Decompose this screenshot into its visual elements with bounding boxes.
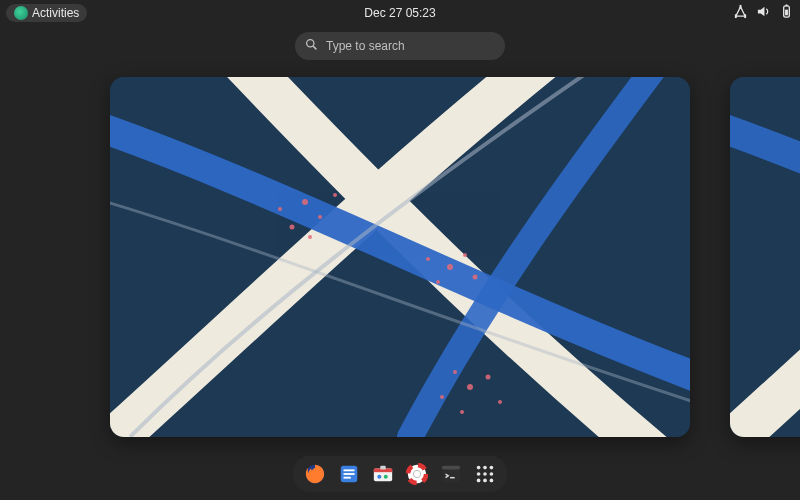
svg-rect-30 [344,473,355,475]
svg-point-43 [477,466,481,470]
clock[interactable]: Dec 27 05:23 [364,6,435,20]
svg-rect-36 [380,466,386,470]
power-icon[interactable] [779,4,794,22]
svg-rect-31 [344,477,351,479]
svg-point-15 [447,264,453,270]
network-icon[interactable] [733,4,748,22]
svg-point-23 [440,395,444,399]
search-icon [305,38,318,54]
software-icon[interactable] [371,462,395,486]
svg-point-46 [477,472,481,476]
svg-point-21 [453,370,457,374]
svg-point-51 [490,479,494,483]
files-icon[interactable] [337,462,361,486]
activities-icon [14,6,28,20]
workspace-thumbnail-2[interactable] [730,77,800,437]
search-area [0,32,800,60]
svg-point-47 [483,472,487,476]
terminal-icon[interactable] [439,462,463,486]
workspace-thumbnail-1[interactable] [110,77,690,437]
svg-point-20 [467,384,473,390]
activities-label: Activities [32,6,79,20]
svg-rect-41 [442,466,460,470]
workspace-switcher[interactable] [0,72,800,442]
app-grid-icon[interactable] [473,462,497,486]
svg-point-11 [290,225,295,230]
svg-point-14 [308,235,312,239]
svg-point-10 [318,215,322,219]
svg-point-17 [436,280,440,284]
svg-point-16 [463,253,467,257]
svg-point-19 [426,257,430,261]
svg-point-45 [490,466,494,470]
dash [293,456,507,492]
search-input[interactable] [326,39,495,53]
svg-point-49 [477,479,481,483]
svg-point-34 [377,475,381,479]
svg-rect-5 [786,4,788,6]
svg-point-50 [483,479,487,483]
search-field[interactable] [295,32,505,60]
firefox-icon[interactable] [303,462,327,486]
svg-point-12 [333,193,337,197]
svg-point-13 [278,207,282,211]
system-status-area[interactable] [733,4,794,22]
svg-rect-4 [785,10,788,16]
top-bar: Activities Dec 27 05:23 [0,0,800,26]
svg-point-35 [384,475,388,479]
help-icon[interactable] [405,462,429,486]
svg-point-44 [483,466,487,470]
svg-point-18 [473,275,478,280]
svg-point-9 [302,199,308,205]
svg-line-7 [313,46,316,49]
activities-button[interactable]: Activities [6,4,87,22]
svg-point-39 [413,470,420,477]
svg-rect-29 [344,469,355,471]
svg-point-48 [490,472,494,476]
svg-point-22 [486,375,491,380]
svg-point-25 [460,410,464,414]
svg-point-24 [498,400,502,404]
svg-point-6 [307,40,314,47]
volume-icon[interactable] [756,4,771,22]
